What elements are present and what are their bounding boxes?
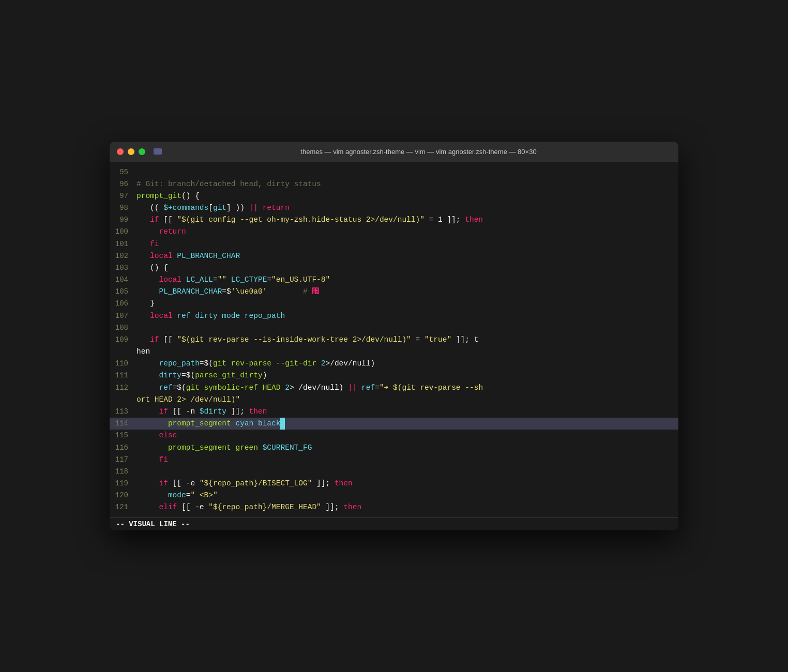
code-content: dirty=$(parse_git_dirty) (137, 370, 673, 381)
line-number: 109 (110, 334, 137, 345)
maximize-button[interactable] (139, 148, 145, 155)
line-97: 97 prompt_git() { (110, 190, 678, 202)
code-editor[interactable]: 95 96 # Git: branch/detached head, dirty… (110, 162, 678, 518)
line-121: 121 elif [[ -e "${repo_path}/MERGE_HEAD"… (110, 501, 678, 513)
line-101: 101 fi (110, 238, 678, 250)
line-number: 104 (110, 274, 137, 285)
close-button[interactable] (117, 148, 124, 155)
vim-statusbar: -- VISUAL LINE -- (110, 517, 678, 530)
line-116: 116 prompt_segment green $CURRENT_FG (110, 442, 678, 454)
code-content: mode=" <B>" (137, 490, 673, 501)
code-content: (( $+commands[git] )) || return (137, 202, 673, 214)
line-number: 101 (110, 238, 137, 250)
code-content: if [[ -n $dirty ]]; then (137, 406, 673, 418)
vim-mode: -- VISUAL LINE -- (116, 520, 190, 528)
line-number: 110 (110, 358, 137, 369)
code-content: else (137, 430, 673, 441)
line-number: 97 (110, 190, 137, 202)
minimize-button[interactable] (128, 148, 134, 155)
line-106: 106 } (110, 298, 678, 310)
code-content: fi (137, 454, 673, 466)
line-number: 108 (110, 322, 137, 333)
line-103: 103 () { (110, 262, 678, 274)
line-115: 115 else (110, 430, 678, 441)
line-118: 118 (110, 466, 678, 478)
line-number: 116 (110, 442, 137, 453)
line-number: 98 (110, 202, 137, 213)
window-title: themes — vim agnoster.zsh-theme — vim — … (166, 148, 671, 156)
line-number: 115 (110, 430, 137, 441)
line-number: 100 (110, 226, 137, 237)
line-number: 103 (110, 262, 137, 273)
line-98: 98 (( $+commands[git] )) || return (110, 202, 678, 214)
line-117: 117 fi (110, 454, 678, 466)
line-105: 105 PL_BRANCH_CHAR=$'\ue0a0' # ␧ (110, 286, 678, 298)
line-112-cont: ort HEAD 2> /dev/null)" (110, 394, 678, 406)
titlebar: themes — vim agnoster.zsh-theme — vim — … (110, 142, 678, 162)
line-110: 110 repo_path=$(git rev-parse --git-dir … (110, 358, 678, 370)
line-number: 112 (110, 382, 137, 393)
code-content: if [[ "$(git rev-parse --is-inside-work-… (137, 334, 673, 346)
line-number: 106 (110, 298, 137, 309)
line-number: 107 (110, 310, 137, 322)
line-104: 104 local LC_ALL="" LC_CTYPE="en_US.UTF-… (110, 274, 678, 286)
code-content: ort HEAD 2> /dev/null)" (137, 394, 673, 406)
code-content: local ref dirty mode repo_path (137, 310, 673, 322)
code-content: # Git: branch/detached head, dirty statu… (137, 178, 673, 190)
code-content: local PL_BRANCH_CHAR (137, 250, 673, 262)
line-number: 114 (110, 418, 137, 429)
line-120: 120 mode=" <B>" (110, 490, 678, 501)
code-content: hen (137, 346, 673, 358)
line-111: 111 dirty=$(parse_git_dirty) (110, 370, 678, 381)
code-content: if [[ "$(git config --get oh-my-zsh.hide… (137, 214, 673, 226)
code-content: if [[ -e "${repo_path}/BISECT_LOG" ]]; t… (137, 478, 673, 490)
line-number: 119 (110, 478, 137, 489)
code-content: elif [[ -e "${repo_path}/MERGE_HEAD" ]];… (137, 501, 673, 513)
line-95: 95 (110, 166, 678, 178)
code-content: } (137, 298, 673, 310)
code-content: PL_BRANCH_CHAR=$'\ue0a0' # ␧ (137, 286, 673, 298)
line-113: 113 if [[ -n $dirty ]]; then (110, 406, 678, 418)
line-112: 112 ref=$(git symbolic-ref HEAD 2> /dev/… (110, 382, 678, 394)
line-99: 99 if [[ "$(git config --get oh-my-zsh.h… (110, 214, 678, 226)
line-96: 96 # Git: branch/detached head, dirty st… (110, 178, 678, 190)
line-102: 102 local PL_BRANCH_CHAR (110, 250, 678, 262)
line-number: 95 (110, 166, 137, 178)
line-number: 113 (110, 406, 137, 417)
line-114: 114 prompt_segment cyan black (110, 418, 678, 430)
code-content: prompt_segment cyan black (137, 418, 673, 430)
code-content: prompt_git() { (137, 190, 673, 202)
code-content: () { (137, 262, 673, 274)
line-100: 100 return (110, 226, 678, 238)
code-content: repo_path=$(git rev-parse --git-dir 2>/d… (137, 358, 673, 370)
line-109: 109 if [[ "$(git rev-parse --is-inside-w… (110, 334, 678, 346)
code-content: return (137, 226, 673, 238)
code-content: prompt_segment green $CURRENT_FG (137, 442, 673, 454)
line-108: 108 (110, 322, 678, 334)
line-119: 119 if [[ -e "${repo_path}/BISECT_LOG" ]… (110, 478, 678, 490)
line-number: 118 (110, 466, 137, 477)
line-number: 111 (110, 370, 137, 381)
code-content: fi (137, 238, 673, 250)
line-number: 105 (110, 286, 137, 297)
line-number: 120 (110, 490, 137, 501)
code-content: ref=$(git symbolic-ref HEAD 2> /dev/null… (137, 382, 673, 394)
code-content: local LC_ALL="" LC_CTYPE="en_US.UTF-8" (137, 274, 673, 286)
line-number: 96 (110, 178, 137, 190)
line-107: 107 local ref dirty mode repo_path (110, 310, 678, 322)
line-number: 102 (110, 250, 137, 262)
line-number: 117 (110, 454, 137, 465)
line-number: 121 (110, 501, 137, 513)
terminal-window: themes — vim agnoster.zsh-theme — vim — … (110, 142, 678, 531)
line-109-cont: hen (110, 346, 678, 358)
line-number: 99 (110, 214, 137, 225)
folder-icon (154, 148, 162, 155)
